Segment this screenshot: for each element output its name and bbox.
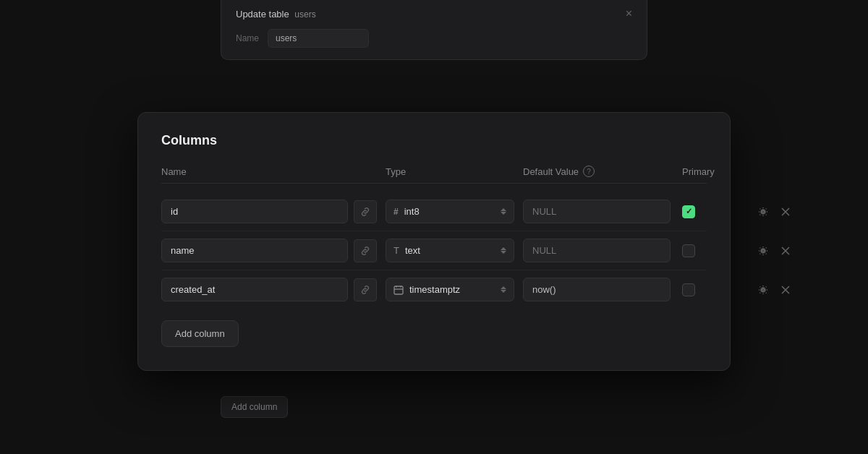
settings-button-id[interactable] [754, 203, 772, 220]
primary-cell-name [682, 244, 754, 257]
table-row: T text [161, 231, 707, 270]
type-icon-name: T [393, 245, 399, 256]
modal-overlay: Columns Name Type Default Value ? Primar… [0, 29, 868, 454]
link-icon-name[interactable] [354, 239, 377, 262]
table-row: # int8 [161, 192, 707, 231]
default-cell-name [523, 239, 682, 262]
header-primary: Primary [682, 166, 754, 177]
column-headers: Name Type Default Value ? Primary [161, 166, 707, 184]
svg-point-12 [762, 288, 765, 291]
default-input-name[interactable] [523, 239, 671, 262]
type-select-name[interactable]: T text [386, 239, 514, 262]
add-column-button[interactable]: Add column [161, 320, 239, 347]
help-icon: ? [583, 166, 595, 177]
columns-modal: Columns Name Type Default Value ? Primar… [137, 112, 731, 371]
link-icon-id[interactable] [354, 200, 377, 223]
default-input-id[interactable] [523, 200, 671, 223]
svg-rect-8 [394, 286, 403, 294]
svg-point-4 [762, 249, 765, 252]
chevron-updown-id [501, 208, 506, 215]
actions-cell-id [754, 203, 798, 220]
primary-checkbox-created-at[interactable] [682, 283, 695, 296]
type-name-created-at: timestamptz [409, 284, 495, 295]
chevron-updown-created-at [501, 286, 506, 293]
default-input-created-at[interactable] [523, 278, 671, 301]
delete-button-id[interactable] [778, 204, 793, 220]
bg-dialog-title: Update table users [236, 9, 316, 20]
chevron-updown-name [501, 247, 506, 254]
svg-point-0 [762, 210, 765, 213]
primary-checkbox-name[interactable] [682, 244, 695, 257]
default-cell-created-at [523, 278, 682, 301]
link-icon-created-at[interactable] [354, 278, 377, 301]
primary-checkbox-id[interactable] [682, 205, 695, 218]
header-actions [754, 166, 798, 177]
bg-close-icon: × [626, 7, 632, 20]
actions-cell-name [754, 242, 798, 260]
header-type: Type [386, 166, 523, 177]
type-cell-created-at: timestamptz [386, 278, 523, 301]
header-name: Name [161, 166, 386, 177]
type-name-name: text [405, 245, 495, 256]
type-name-id: int8 [404, 206, 495, 217]
delete-button-created-at[interactable] [778, 282, 793, 298]
name-input-name[interactable] [161, 239, 348, 262]
actions-cell-created-at [754, 281, 798, 299]
primary-cell-created-at [682, 283, 754, 296]
name-cell-id [161, 200, 386, 223]
calendar-icon [393, 285, 404, 295]
default-cell-id [523, 200, 682, 223]
name-cell-created-at [161, 278, 386, 301]
modal-title: Columns [161, 133, 707, 148]
name-input-created-at[interactable] [161, 278, 348, 301]
type-cell-id: # int8 [386, 200, 523, 223]
table-row: timestamptz [161, 270, 707, 309]
header-default-value: Default Value ? [523, 166, 682, 177]
type-select-id[interactable]: # int8 [386, 200, 514, 223]
type-select-created-at[interactable]: timestamptz [386, 278, 514, 301]
primary-cell-id [682, 205, 754, 218]
delete-button-name[interactable] [778, 243, 793, 259]
name-input-id[interactable] [161, 200, 348, 223]
name-cell-name [161, 239, 386, 262]
settings-button-created-at[interactable] [754, 281, 772, 299]
type-cell-name: T text [386, 239, 523, 262]
settings-button-name[interactable] [754, 242, 772, 260]
type-icon-id: # [393, 207, 399, 217]
